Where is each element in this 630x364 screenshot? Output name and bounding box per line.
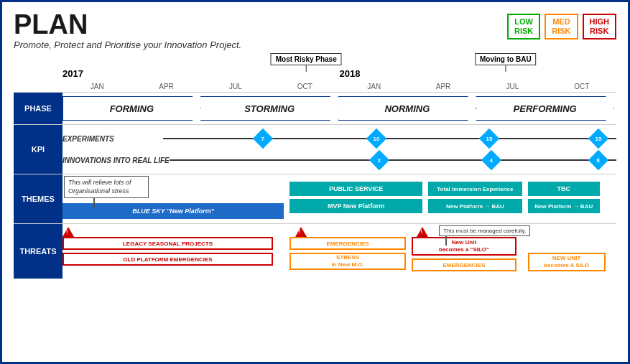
theme-tbc-label: TBC bbox=[557, 185, 570, 192]
kpi-diamond-4: 4 bbox=[481, 150, 501, 170]
phase-forming: FORMING bbox=[62, 96, 201, 121]
kpi-innovations-label: INNOVATIONS INTO REAL LIFE bbox=[62, 157, 170, 164]
header: PLAN Promote, Protect and Prioritise you… bbox=[14, 11, 616, 50]
month-apr-2018: APR bbox=[409, 83, 478, 90]
threat-silo: New Unitbecomes a "SILO" bbox=[412, 237, 516, 256]
threats-label: THREATS bbox=[14, 224, 62, 279]
high-risk-badge: HIGH RISK bbox=[583, 14, 617, 39]
month-jan-2017: JAN bbox=[62, 83, 131, 90]
threat-new-unit: NEW UNITbecomes A SILO bbox=[528, 253, 606, 271]
month-jan-2018: JAN bbox=[340, 83, 409, 90]
risky-phase-callout: Most Risky Phase bbox=[271, 53, 342, 65]
org-stress-callout: This will relieve lots of Organisational… bbox=[64, 176, 149, 198]
main-container: PLAN Promote, Protect and Prioritise you… bbox=[0, 0, 630, 364]
theme-new-platform-bau1: New Platform → BAU bbox=[428, 199, 522, 213]
kpi-diamond-7: 7 bbox=[253, 129, 273, 149]
managed-callout: This must be managed carefully. bbox=[439, 225, 530, 236]
bau-callout: Moving to BAU bbox=[475, 53, 537, 65]
threat-old-platform-label: OLD PLATFORM EMERGENCIES bbox=[123, 256, 212, 263]
threat-old-platform: OLD PLATFORM EMERGENCIES bbox=[62, 253, 273, 266]
med-risk-badge: MED RISK bbox=[545, 14, 578, 39]
threat-emergencies-2-label: EMERGENCIES bbox=[443, 262, 485, 269]
page-subtitle: Promote, Protect and Prioritise your Inn… bbox=[14, 39, 241, 50]
year-2018-label: 2018 bbox=[340, 68, 361, 79]
threat-icon-2: ! bbox=[295, 227, 307, 237]
title-block: PLAN Promote, Protect and Prioritise you… bbox=[14, 11, 241, 50]
page-title: PLAN bbox=[14, 11, 241, 38]
month-labels: JAN APR JUL OCT JAN APR JUL OCT bbox=[62, 83, 616, 90]
threat-emergencies-1: EMERGENCIES bbox=[289, 237, 406, 250]
kpi-innovations-row: INNOVATIONS INTO REAL LIFE 2 4 8 bbox=[62, 151, 616, 169]
phase-performing: PERFORMING bbox=[476, 96, 614, 121]
threat-legacy: LEGACY SEASONAL PROJECTS bbox=[62, 237, 273, 250]
kpi-experiments-track: 7 10 15 15 bbox=[163, 138, 616, 139]
kpi-diamond-8: 8 bbox=[588, 150, 608, 170]
threat-new-unit-label: NEW UNITbecomes A SILO bbox=[544, 255, 589, 269]
kpi-label: KPI bbox=[14, 125, 62, 174]
theme-mvp-label: MVP New Platform bbox=[328, 202, 384, 210]
threats-content: ! LEGACY SEASONAL PROJECTS OLD PLATFORM … bbox=[62, 224, 616, 279]
theme-public-service: PUBLIC SERVICE bbox=[289, 182, 422, 196]
phase-norming: NORMING bbox=[338, 96, 477, 121]
month-jul-2017: JUL bbox=[201, 83, 270, 90]
year-labels: 2017 2018 bbox=[62, 68, 616, 79]
threat-stress: STRESSin New M.O. bbox=[289, 253, 406, 270]
themes-content: This will relieve lots of Organisational… bbox=[62, 174, 616, 223]
month-jul-2018: JUL bbox=[478, 83, 547, 90]
threat-icon-3: ! bbox=[417, 227, 428, 237]
year-2017: 2017 bbox=[62, 68, 340, 79]
theme-blue-sky-label: BLUE SKY "New Platform" bbox=[132, 207, 214, 215]
phase-storming: STORMING bbox=[200, 96, 339, 121]
themes-label: THEMES bbox=[14, 174, 62, 223]
kpi-diamond-15a: 15 bbox=[479, 129, 499, 149]
kpi-content: EXPERIMENTS 7 10 15 bbox=[62, 125, 616, 174]
kpi-diamond-10: 10 bbox=[366, 129, 386, 149]
main-content: Most Risky Phase Moving to BAU 2017 2018… bbox=[14, 53, 616, 279]
timeline-header: Most Risky Phase Moving to BAU 2017 2018… bbox=[62, 53, 616, 92]
threat-icon-1: ! bbox=[62, 227, 74, 237]
threats-row: THREATS ! LEGACY SEASONAL PROJECTS OLD P… bbox=[14, 223, 616, 279]
theme-new-platform-bau2-label: New Platform → BAU bbox=[534, 203, 593, 210]
theme-blue-sky: BLUE SKY "New Platform" bbox=[62, 203, 284, 219]
kpi-innovations-track: 2 4 8 bbox=[170, 159, 616, 161]
phase-label: PHASE bbox=[14, 93, 62, 124]
theme-public-service-label: PUBLIC SERVICE bbox=[329, 185, 383, 192]
kpi-experiments-row: EXPERIMENTS 7 10 15 bbox=[62, 129, 616, 148]
kpi-row-inner: KPI EXPERIMENTS 7 10 bbox=[14, 125, 616, 174]
theme-mvp: MVP New Platform bbox=[289, 199, 422, 213]
kpi-diamond-2: 2 bbox=[369, 150, 389, 170]
theme-new-platform-bau1-label: New Platform → BAU bbox=[446, 203, 504, 210]
threat-emergencies-1-label: EMERGENCIES bbox=[327, 241, 369, 247]
kpi-row: KPI EXPERIMENTS 7 10 bbox=[14, 124, 616, 174]
year-2018: 2018 bbox=[340, 68, 617, 79]
theme-new-platform-bau2: New Platform → BAU bbox=[528, 199, 600, 213]
low-risk-badge: LOW RISK bbox=[507, 14, 540, 39]
threat-stress-label: STRESSin New M.O. bbox=[331, 254, 363, 268]
risk-badges: LOW RISK MED RISK HIGH RISK bbox=[507, 14, 616, 39]
themes-row: THEMES This will relieve lots of Organis… bbox=[14, 174, 616, 223]
month-oct-2018: OCT bbox=[547, 83, 616, 90]
month-apr-2017: APR bbox=[131, 83, 200, 90]
phase-row: PHASE FORMING STORMING NORMING PERFORMIN… bbox=[14, 92, 616, 124]
threat-legacy-label: LEGACY SEASONAL PROJECTS bbox=[123, 241, 213, 247]
theme-total-immersion: Total Immersion Experience bbox=[428, 182, 522, 196]
theme-total-immersion-label: Total Immersion Experience bbox=[437, 186, 513, 192]
threat-emergencies-2: EMERGENCIES bbox=[412, 258, 516, 271]
year-2017-label: 2017 bbox=[62, 68, 83, 79]
theme-tbc: TBC bbox=[528, 182, 600, 196]
phase-content: FORMING STORMING NORMING PERFORMING bbox=[62, 93, 616, 124]
kpi-diamond-15b: 15 bbox=[588, 129, 608, 149]
month-oct-2017: OCT bbox=[270, 83, 339, 90]
kpi-experiments-label: EXPERIMENTS bbox=[62, 135, 163, 143]
